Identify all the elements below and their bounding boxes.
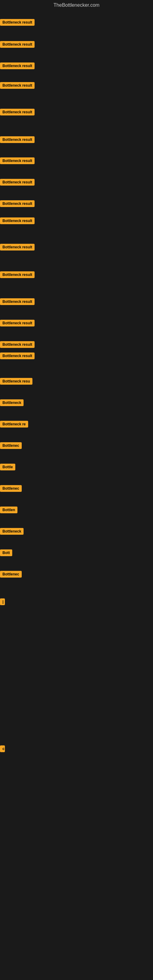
bottleneck-badge[interactable]: Bottleneck result: [0, 82, 35, 89]
bottleneck-badge[interactable]: Bottleneck result: [0, 320, 35, 326]
bottleneck-result-row: Bottleneck result: [0, 136, 35, 144]
bottleneck-result-row: Bottleneck result: [0, 158, 35, 165]
bottleneck-result-row: Bottlenec: [0, 571, 22, 579]
bottleneck-result-row: Bott: [0, 549, 12, 557]
bottleneck-result-row: Bottlenec: [0, 442, 22, 450]
bottleneck-badge[interactable]: Bottleneck result: [0, 109, 35, 115]
bottleneck-result-row: Bottleneck result: [0, 200, 35, 208]
bottleneck-result-row: Bottleneck result: [0, 179, 35, 187]
bottleneck-badge[interactable]: Bottleneck re: [0, 421, 28, 428]
bottleneck-badge[interactable]: Bottlenec: [0, 485, 22, 492]
bottleneck-badge[interactable]: Bottleneck: [0, 528, 24, 535]
bottleneck-result-row: |: [0, 598, 5, 606]
bottleneck-badge[interactable]: Bottleneck result: [0, 41, 35, 48]
bottleneck-badge[interactable]: |: [0, 598, 5, 605]
bottleneck-result-row: Bottlen: [0, 506, 18, 514]
bottleneck-badge[interactable]: Bottleneck result: [0, 179, 35, 186]
bottleneck-result-row: Bottleneck result: [0, 271, 35, 279]
bottleneck-result-row: Bottleneck result: [0, 341, 35, 349]
bottleneck-result-row: Bottleneck result: [0, 82, 35, 90]
bottleneck-badge[interactable]: Bottleneck result: [0, 62, 35, 69]
site-title: TheBottlenecker.com: [0, 0, 153, 10]
bottleneck-result-row: Bottleneck result: [0, 62, 35, 70]
bottleneck-badge[interactable]: Bottleneck: [0, 399, 24, 406]
bottleneck-badge[interactable]: Bottle: [0, 464, 15, 470]
bottleneck-result-row: Bottleneck re: [0, 421, 28, 429]
bottleneck-badge[interactable]: Bottleneck result: [0, 271, 35, 278]
bottleneck-badge[interactable]: Bottleneck result: [0, 353, 35, 359]
bottleneck-result-row: Bottleneck: [0, 528, 24, 536]
bottleneck-result-row: Bottleneck result: [0, 218, 35, 225]
bottleneck-badge[interactable]: Bottlenec: [0, 571, 22, 578]
bottleneck-result-row: c: [0, 745, 5, 753]
bottleneck-result-row: Bottleneck resu: [0, 378, 32, 386]
bottleneck-badge[interactable]: Bottleneck result: [0, 158, 35, 164]
bottleneck-result-row: Bottleneck result: [0, 320, 35, 328]
bottleneck-badge[interactable]: c: [0, 745, 5, 752]
bottleneck-result-row: Bottleneck result: [0, 109, 35, 117]
bottleneck-badge[interactable]: Bottlenec: [0, 442, 22, 449]
bottleneck-badge[interactable]: Bottleneck result: [0, 136, 35, 143]
bottleneck-badge[interactable]: Bottleneck result: [0, 298, 35, 305]
bottleneck-badge[interactable]: Bottlen: [0, 506, 18, 513]
bottleneck-badge[interactable]: Bottleneck result: [0, 218, 35, 224]
bottleneck-result-row: Bottleneck result: [0, 19, 35, 27]
bottleneck-result-row: Bottle: [0, 464, 15, 472]
bottleneck-result-row: Bottleneck result: [0, 244, 35, 252]
bottleneck-result-row: Bottleneck result: [0, 41, 35, 49]
bottleneck-badge[interactable]: Bottleneck resu: [0, 378, 32, 385]
bottleneck-badge[interactable]: Bott: [0, 549, 12, 556]
bottleneck-result-row: Bottlenec: [0, 485, 22, 493]
bottleneck-badge[interactable]: Bottleneck result: [0, 19, 35, 26]
bottleneck-badge[interactable]: Bottleneck result: [0, 244, 35, 250]
bottleneck-result-row: Bottleneck result: [0, 298, 35, 306]
bottleneck-result-row: Bottleneck: [0, 399, 24, 407]
bottleneck-result-row: Bottleneck result: [0, 353, 35, 360]
bottleneck-badge[interactable]: Bottleneck result: [0, 200, 35, 207]
bottleneck-badge[interactable]: Bottleneck result: [0, 341, 35, 348]
